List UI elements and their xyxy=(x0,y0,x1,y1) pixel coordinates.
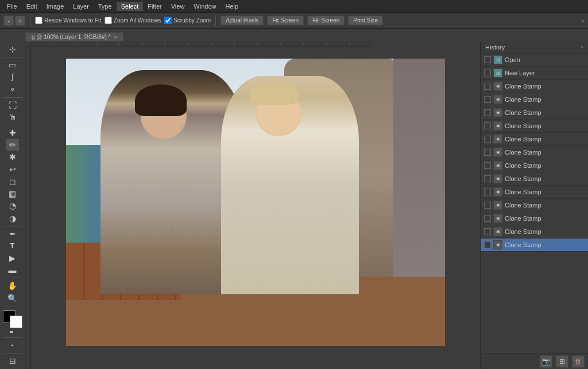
history-item-icon: ✱ xyxy=(493,240,502,249)
history-item-label: Clone Stamp xyxy=(505,228,541,235)
history-item[interactable]: ✱Clone Stamp xyxy=(481,172,588,186)
history-item-label: Clone Stamp xyxy=(505,109,541,116)
gradient-tool[interactable]: ▦ xyxy=(6,188,19,199)
history-item[interactable]: ✱Clone Stamp xyxy=(481,212,588,225)
menu-select[interactable]: Select xyxy=(117,2,144,11)
history-item[interactable]: ✱Clone Stamp xyxy=(481,199,588,212)
history-item[interactable]: ✱Clone Stamp xyxy=(481,93,588,106)
brush-tool[interactable]: ✏ xyxy=(6,139,19,151)
history-item-check xyxy=(484,202,491,209)
zoom-in-button[interactable]: + xyxy=(15,16,25,26)
actual-pixels-button[interactable]: Actual Pixels xyxy=(220,16,264,25)
tool-separator-5 xyxy=(3,278,22,278)
history-item[interactable]: ✱Clone Stamp xyxy=(481,80,588,93)
eraser-tool[interactable]: ◻ xyxy=(6,176,19,187)
menu-file[interactable]: File xyxy=(2,2,22,11)
crop-tool[interactable]: ⛶ xyxy=(6,99,19,111)
rectangular-marquee-tool[interactable]: ▭ xyxy=(6,59,19,71)
eyedropper-tool[interactable]: 🖱 xyxy=(6,112,19,123)
screen-mode-button[interactable]: ⊟ xyxy=(6,355,19,367)
pen-tool[interactable]: ✒ xyxy=(6,228,19,240)
history-item[interactable]: ✱Clone Stamp xyxy=(481,225,588,239)
history-item-icon: ✱ xyxy=(493,201,502,210)
zoom-all-windows-checkbox[interactable]: Zoom All Windows xyxy=(105,17,161,24)
history-item[interactable]: ✱Clone Stamp xyxy=(481,120,588,133)
type-tool[interactable]: T xyxy=(6,240,19,252)
history-item[interactable]: ✱Clone Stamp xyxy=(481,146,588,159)
healing-brush-tool[interactable]: ✚ xyxy=(6,127,19,139)
history-item-check xyxy=(484,189,491,195)
move-tool[interactable]: ⊹ xyxy=(6,44,19,55)
history-item-icon: ✱ xyxy=(493,227,502,236)
menu-view[interactable]: View xyxy=(167,2,189,11)
scrubby-zoom-checkbox[interactable]: Scrubby Zoom xyxy=(164,17,211,24)
zoom-out-button[interactable]: - xyxy=(3,16,14,26)
hand-tool[interactable]: ✋ xyxy=(6,280,19,291)
menu-layer[interactable]: Layer xyxy=(68,2,94,11)
history-item-check xyxy=(484,149,491,156)
history-item[interactable]: ⊞New Layer xyxy=(481,67,588,80)
resize-windows-checkbox[interactable]: Resize Windows to Fit xyxy=(35,17,101,24)
fit-screen-button[interactable]: Fit Screen xyxy=(267,16,304,25)
tab-close-button[interactable]: × xyxy=(114,34,117,40)
menu-help[interactable]: Help xyxy=(220,2,243,11)
menu-type[interactable]: Type xyxy=(94,2,117,11)
history-item-check xyxy=(484,83,491,90)
history-header: History » xyxy=(481,41,588,53)
quick-mask-button[interactable]: ▪ xyxy=(6,340,19,351)
photo-canvas xyxy=(66,59,445,346)
history-item-label: Clone Stamp xyxy=(505,215,541,222)
toolbar-collapse[interactable]: » xyxy=(581,17,585,24)
history-item[interactable]: ✱Clone Stamp xyxy=(481,159,588,172)
menu-edit[interactable]: Edit xyxy=(22,2,42,11)
background-color[interactable] xyxy=(10,316,22,328)
tool-separator-1 xyxy=(3,57,22,57)
document-tab[interactable]: g @ 100% (Layer 1, RGB/8#) * × xyxy=(25,32,123,41)
zoom-tool[interactable]: 🔍 xyxy=(6,292,19,303)
shape-tool[interactable]: ▬ xyxy=(6,264,19,276)
menu-filter[interactable]: Filter xyxy=(143,2,166,11)
canvas-scroll[interactable] xyxy=(31,47,480,369)
history-item-label: Clone Stamp xyxy=(505,175,541,182)
history-item[interactable]: ✱Clone Stamp xyxy=(481,239,588,252)
history-item[interactable]: ⊞Open xyxy=(481,53,588,67)
history-item-label: Clone Stamp xyxy=(505,241,541,248)
history-item[interactable]: ✱Clone Stamp xyxy=(481,106,588,120)
clone-stamp-tool[interactable]: ✱ xyxy=(6,151,19,163)
history-brush-tool[interactable]: ↩ xyxy=(6,164,19,175)
history-item-icon: ✱ xyxy=(493,108,502,117)
zoom-all-windows-input[interactable] xyxy=(105,17,112,24)
history-item-label: Clone Stamp xyxy=(505,162,541,169)
dodge-tool[interactable]: ◑ xyxy=(6,212,19,224)
resize-windows-input[interactable] xyxy=(35,17,42,24)
history-item-check xyxy=(484,241,491,248)
history-item-check xyxy=(484,175,491,182)
blur-tool[interactable]: ◔ xyxy=(6,200,19,212)
history-item-check xyxy=(484,136,491,143)
switch-colors-button[interactable]: ⇄ xyxy=(10,330,16,336)
quick-select-tool[interactable]: ⚬ xyxy=(6,84,19,95)
scrubby-zoom-input[interactable] xyxy=(164,17,172,24)
history-item[interactable]: ✱Clone Stamp xyxy=(481,133,588,146)
tool-separator-8 xyxy=(3,353,22,353)
tool-separator-7 xyxy=(3,337,22,338)
history-item-check xyxy=(484,96,491,103)
tool-separator-3 xyxy=(3,125,22,125)
history-list[interactable]: ⊞Open⊞New Layer✱Clone Stamp✱Clone Stamp✱… xyxy=(481,53,588,353)
menu-image[interactable]: Image xyxy=(42,2,69,11)
fill-screen-button[interactable]: Fill Screen xyxy=(307,16,345,25)
menu-bar: File Edit Image Layer Type Select Filter… xyxy=(0,0,588,13)
tab-bar: g @ 100% (Layer 1, RGB/8#) * × xyxy=(0,29,588,41)
new-snapshot-button[interactable]: 📷 xyxy=(540,355,552,368)
history-collapse-button[interactable]: » xyxy=(581,44,583,50)
tool-separator-4 xyxy=(3,226,22,226)
create-document-button[interactable]: ⊞ xyxy=(556,355,568,368)
canvas-area xyxy=(25,41,480,369)
history-item[interactable]: ✱Clone Stamp xyxy=(481,186,588,199)
path-select-tool[interactable]: ▶ xyxy=(6,252,19,264)
lasso-tool[interactable]: ʃ xyxy=(6,71,19,83)
tool-separator-2 xyxy=(3,97,22,98)
menu-window[interactable]: Window xyxy=(189,2,220,11)
print-size-button[interactable]: Print Size xyxy=(348,16,383,25)
delete-history-button[interactable]: 🗑 xyxy=(572,355,585,368)
